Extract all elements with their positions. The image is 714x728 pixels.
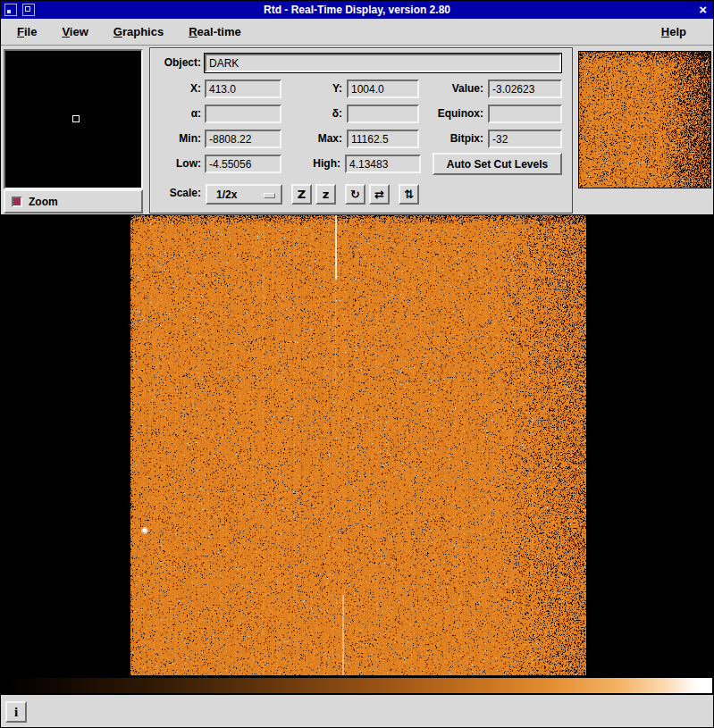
min-label: Min: (151, 130, 201, 148)
statusbar: i (1, 694, 713, 728)
zoom-in-button[interactable]: Z (291, 184, 312, 205)
close-icon[interactable]: × (699, 1, 707, 19)
flip-y-icon[interactable]: ⇅ (399, 184, 419, 205)
high-label: High: (285, 155, 340, 173)
bitpix-input[interactable] (488, 130, 562, 148)
min-input[interactable] (205, 130, 281, 148)
main-image[interactable] (130, 215, 586, 675)
scale-label: Scale: (151, 184, 201, 203)
menubar: File View Graphics Real-time Help (1, 19, 713, 46)
menu-graphics[interactable]: Graphics (113, 25, 164, 38)
low-input[interactable] (205, 155, 281, 173)
titlebar: Rtd - Real-Time Display, version 2.80 × (1, 1, 713, 19)
option-menu-indicator-icon (264, 193, 275, 198)
equinox-input[interactable] (488, 105, 562, 123)
max-label: Max: (285, 130, 342, 148)
menu-help[interactable]: Help (661, 25, 686, 38)
value-label: Value: (421, 79, 483, 98)
y-label: Y: (285, 79, 342, 98)
zoom-label: Zoom (29, 196, 58, 208)
value-input[interactable] (488, 79, 562, 98)
alpha-input[interactable] (205, 105, 281, 123)
delta-input[interactable] (347, 105, 419, 123)
menu-file[interactable]: File (17, 25, 37, 38)
equinox-label: Equinox: (421, 105, 483, 123)
max-input[interactable] (347, 130, 419, 148)
scale-option-menu[interactable]: 1/2x (206, 184, 282, 205)
colorbar (3, 677, 713, 694)
bitpix-label: Bitpix: (421, 130, 483, 148)
panning-window[interactable] (578, 51, 711, 188)
window-title: Rtd - Real-Time Display, version 2.80 (1, 1, 713, 19)
rtd-window: Rtd - Real-Time Display, version 2.80 × … (0, 0, 714, 728)
x-input[interactable] (205, 79, 281, 98)
rotate-icon[interactable]: ↻ (345, 184, 365, 205)
high-input[interactable] (345, 155, 421, 173)
zoom-marker (72, 115, 80, 122)
zoom-checkbox-indicator[interactable] (12, 197, 22, 207)
scale-value: 1/2x (216, 188, 237, 201)
zoom-toggle[interactable]: Zoom (4, 189, 143, 213)
menu-view[interactable]: View (62, 25, 88, 38)
y-input[interactable] (347, 79, 419, 98)
zoom-window (4, 49, 143, 189)
auto-set-cut-levels-button[interactable]: Auto Set Cut Levels (433, 153, 562, 175)
x-label: X: (151, 79, 201, 98)
menu-real-time[interactable]: Real-time (189, 25, 241, 38)
info-button[interactable]: i (5, 701, 27, 723)
flip-x-icon[interactable]: ⇄ (369, 184, 390, 205)
alpha-label: α: (151, 105, 201, 123)
delta-label: δ: (285, 105, 342, 123)
zoom-out-button[interactable]: z (315, 184, 336, 205)
low-label: Low: (151, 155, 201, 173)
object-input[interactable] (205, 54, 561, 72)
object-label: Object: (131, 54, 201, 72)
